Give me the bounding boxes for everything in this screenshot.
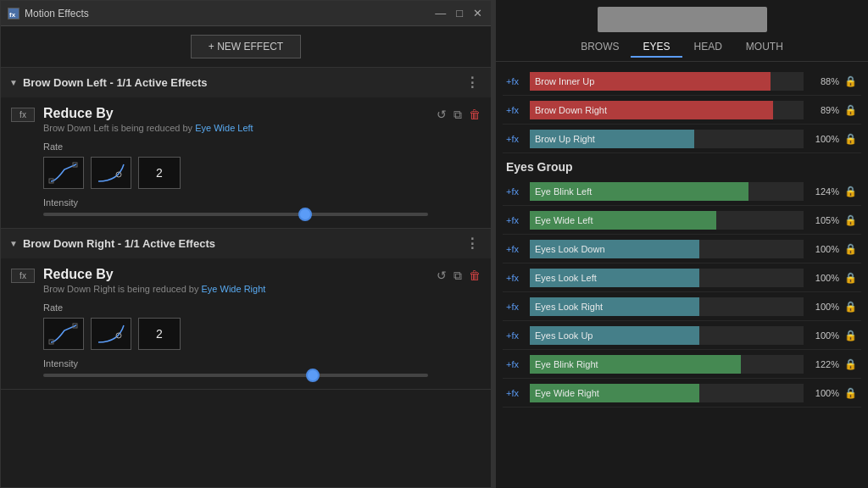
intensity-slider-1	[43, 213, 428, 216]
tab-brows[interactable]: BROWS	[569, 37, 631, 58]
plus-fx-eye-blink-left[interactable]: +fx	[506, 186, 525, 197]
effect-desc-1: Brow Down Left is being reduced by Eye W…	[43, 123, 428, 133]
curve-box-2b[interactable]	[91, 318, 131, 350]
desc-link-1[interactable]: Eye Wide Left	[195, 123, 253, 133]
lock-icon-eye-wide-right[interactable]: 🔒	[844, 387, 858, 399]
desc-link-2[interactable]: Eye Wide Right	[202, 284, 266, 294]
rate-label-2: Rate	[43, 302, 428, 313]
lock-icon-eyes-look-up[interactable]: 🔒	[844, 330, 858, 341]
rate-value-1[interactable]: 2	[138, 157, 181, 189]
rate-value-2[interactable]: 2	[138, 318, 181, 350]
morph-bar-brow-down-right: Brow Down Right	[530, 101, 804, 119]
morph-label-eyes-look-up: Eyes Look Up	[535, 330, 593, 341]
morph-row-eyes-look-up: +fx Eyes Look Up 100% 🔒	[503, 321, 861, 350]
tab-eyes[interactable]: EYES	[631, 37, 682, 58]
morph-row-eye-wide-left: +fx Eye Wide Left 105% 🔒	[503, 206, 861, 235]
fx-badge-1: fx	[11, 108, 35, 122]
plus-fx-eye-wide-right[interactable]: +fx	[506, 388, 525, 398]
morph-label-eyes-look-left: Eyes Look Left	[535, 273, 597, 283]
tab-mouth[interactable]: MOUTH	[734, 37, 795, 58]
lock-icon-eye-wide-left[interactable]: 🔒	[844, 214, 858, 226]
lock-icon-eye-blink-left[interactable]: 🔒	[844, 186, 858, 197]
slider-track-2[interactable]	[43, 374, 428, 377]
chevron-icon-1: ▼	[9, 78, 18, 87]
plus-fx-brow-inner-up[interactable]: +fx	[506, 76, 525, 86]
plus-fx-eyes-look-left[interactable]: +fx	[506, 273, 525, 283]
plus-fx-brow-up-right[interactable]: +fx	[506, 134, 525, 144]
reset-icon-1[interactable]: ↺	[437, 108, 447, 122]
effect-desc-2: Brow Down Right is being reduced by Eye …	[43, 284, 428, 294]
intensity-label-1: Intensity	[43, 197, 428, 208]
right-top-bar: BROWS EYES HEAD MOUTH	[496, 0, 868, 62]
title-bar: fx Motion Effects — □ ✕	[1, 1, 491, 26]
curve-box-2a[interactable]	[43, 318, 84, 350]
morph-label-brow-inner-up: Brow Inner Up	[535, 76, 594, 86]
morph-bar-brow-inner-up: Brow Inner Up	[530, 72, 804, 91]
delete-icon-1[interactable]: 🗑	[469, 108, 481, 122]
rate-controls-2: 2	[43, 318, 428, 350]
face-thumbnail	[598, 7, 767, 32]
edit-icon-1[interactable]: ⧉	[453, 108, 462, 122]
morph-bar-wrap-brow-down-right: Brow Down Right	[530, 101, 804, 119]
lock-icon-eyes-look-right[interactable]: 🔒	[844, 301, 858, 313]
morph-pct-eye-wide-left: 105%	[809, 215, 839, 225]
morph-row-brow-down-right: +fx Brow Down Right 89% 🔒	[503, 96, 861, 125]
group-menu-1[interactable]: ⋮	[462, 75, 482, 91]
new-effect-button[interactable]: + NEW EFFECT	[191, 35, 301, 58]
morph-label-eye-blink-right: Eye Blink Right	[535, 359, 598, 369]
morph-bar-eyes-look-right: Eyes Look Right	[530, 297, 804, 316]
lock-icon-eyes-look-left[interactable]: 🔒	[844, 272, 858, 284]
morph-pct-eyes-look-up: 100%	[809, 330, 839, 341]
plus-fx-eyes-look-up[interactable]: +fx	[506, 330, 525, 341]
reset-icon-2[interactable]: ↺	[437, 269, 447, 283]
morph-row-eyes-look-down: +fx Eyes Look Down 100% 🔒	[503, 235, 861, 263]
minimize-button[interactable]: —	[433, 7, 448, 19]
plus-fx-eye-wide-left[interactable]: +fx	[506, 215, 525, 225]
plus-fx-eye-blink-right[interactable]: +fx	[506, 359, 525, 369]
morph-pct-eye-blink-right: 122%	[809, 359, 839, 369]
morph-label-brow-down-right: Brow Down Right	[535, 105, 607, 115]
effect-body-2: fx Reduce By Brow Down Right is being re…	[1, 258, 491, 389]
lock-icon-eye-blink-right[interactable]: 🔒	[844, 358, 858, 370]
lock-icon-brow-inner-up[interactable]: 🔒	[844, 75, 858, 87]
delete-icon-2[interactable]: 🗑	[469, 269, 481, 283]
eyes-group-heading: Eyes Group	[503, 153, 861, 177]
curve-box-1a[interactable]	[43, 157, 84, 189]
rate-controls-1: 2	[43, 157, 428, 189]
effect-body-1: fx Reduce By Brow Down Left is being red…	[1, 97, 491, 228]
morph-label-eyes-look-right: Eyes Look Right	[535, 302, 603, 312]
app-icon: fx	[8, 8, 19, 19]
plus-fx-brow-down-right[interactable]: +fx	[506, 105, 525, 115]
group-menu-2[interactable]: ⋮	[462, 236, 482, 252]
morph-row-eyes-look-left: +fx Eyes Look Left 100% 🔒	[503, 263, 861, 292]
effect-group-header-1[interactable]: ▼ Brow Down Left - 1/1 Active Effects ⋮	[1, 68, 491, 97]
morph-bar-eye-wide-left: Eye Wide Left	[530, 211, 804, 230]
plus-fx-eyes-look-down[interactable]: +fx	[506, 244, 525, 254]
morph-pct-eye-blink-left: 124%	[809, 186, 839, 197]
effect-title-2: Reduce By	[43, 267, 428, 282]
effect-row-1: fx Reduce By Brow Down Left is being red…	[11, 106, 481, 216]
morph-bar-wrap-eyes-look-left: Eyes Look Left	[530, 269, 804, 287]
lock-icon-brow-up-right[interactable]: 🔒	[844, 133, 858, 145]
lock-icon-eyes-look-down[interactable]: 🔒	[844, 243, 858, 255]
slider-track-1[interactable]	[43, 213, 428, 216]
morph-bar-wrap-eyes-look-right: Eyes Look Right	[530, 297, 804, 316]
slider-thumb-1[interactable]	[298, 208, 312, 221]
rate-label-1: Rate	[43, 141, 428, 152]
morph-bar-eyes-look-down: Eyes Look Down	[530, 240, 804, 258]
maximize-button[interactable]: □	[454, 7, 465, 19]
slider-thumb-2[interactable]	[306, 369, 320, 382]
effects-container: ▼ Brow Down Left - 1/1 Active Effects ⋮ …	[1, 68, 491, 487]
effect-row-2: fx Reduce By Brow Down Right is being re…	[11, 267, 481, 377]
effect-title-1: Reduce By	[43, 106, 428, 121]
morph-bar-eyes-look-up: Eyes Look Up	[530, 326, 804, 345]
plus-fx-eyes-look-right[interactable]: +fx	[506, 302, 525, 312]
morph-row-eye-wide-right: +fx Eye Wide Right 100% 🔒	[503, 379, 861, 408]
tab-head[interactable]: HEAD	[682, 37, 734, 58]
close-button[interactable]: ✕	[471, 7, 484, 19]
group-title-2: Brow Down Right - 1/1 Active Effects	[23, 237, 462, 250]
lock-icon-brow-down-right[interactable]: 🔒	[844, 104, 858, 116]
curve-box-1b[interactable]	[91, 157, 131, 189]
effect-group-header-2[interactable]: ▼ Brow Down Right - 1/1 Active Effects ⋮	[1, 229, 491, 258]
edit-icon-2[interactable]: ⧉	[453, 269, 462, 283]
